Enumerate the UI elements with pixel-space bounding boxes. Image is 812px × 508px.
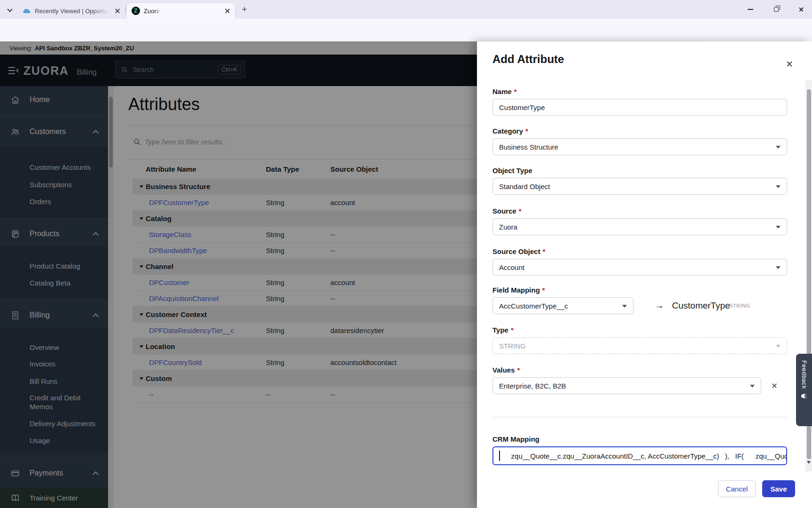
cancel-button[interactable]: Cancel [718, 480, 756, 497]
required-marker: * [519, 207, 522, 215]
close-icon[interactable] [785, 60, 794, 68]
salesforce-cloud-icon [23, 7, 31, 15]
drawer-title: Add Attribute [492, 53, 564, 66]
required-marker: * [517, 366, 520, 374]
tab-title: Zuora [144, 8, 160, 15]
tab-separator [125, 6, 126, 14]
new-tab-button[interactable]: + [239, 4, 250, 15]
mapping-target-type: STRING [729, 303, 750, 309]
browser-tab-salesforce[interactable]: Recently Viewed | Opportunitie [18, 3, 125, 19]
restore-icon [774, 7, 779, 12]
modal-overlay [0, 41, 477, 508]
browser-tab-strip: Recently Viewed | Opportunitie Z Zuora + [0, 0, 812, 19]
source-object-select[interactable]: Account [492, 259, 787, 276]
clear-values-icon[interactable] [771, 382, 778, 389]
scroll-down-icon[interactable] [807, 464, 811, 472]
required-marker: * [525, 127, 528, 135]
values-select[interactable]: Enterprise, B2C, B2B [492, 377, 761, 394]
screen: Recently Viewed | Opportunitie Z Zuora +… [0, 0, 812, 508]
required-marker: * [542, 286, 545, 294]
source-object-label: Source Object* [492, 247, 546, 255]
type-label: Type* [492, 326, 514, 334]
tab-search-button[interactable] [5, 5, 15, 15]
feedback-tab[interactable]: Feedback [796, 354, 812, 426]
object-type-select[interactable]: Standard Object [492, 178, 787, 195]
window-minimize-button[interactable] [743, 4, 757, 15]
chevron-down-icon [7, 7, 12, 12]
text-cursor [499, 451, 500, 461]
zuora-favicon: Z [132, 7, 140, 15]
feedback-label: Feedback [801, 360, 808, 389]
source-label: Source* [492, 207, 522, 215]
divider [492, 417, 787, 417]
object-type-label: Object Type [492, 167, 532, 175]
required-marker: * [543, 247, 546, 255]
browser-tab-zuora[interactable]: Z Zuora [127, 3, 235, 19]
field-mapping-select[interactable]: AccCustomerType__c [492, 297, 633, 314]
window-close-button[interactable] [794, 4, 808, 15]
megaphone-icon [800, 392, 808, 400]
browser-toolbar: ← → apisandbox.zuora.com/platform/apps/c… [0, 19, 812, 41]
name-input[interactable]: CustomerType [492, 99, 787, 116]
category-label: Category* [492, 127, 528, 135]
field-mapping-label: Field Mapping* [492, 286, 545, 294]
mapping-arrow-icon: → [655, 300, 664, 311]
crm-mapping-label: CRM Mapping [492, 435, 539, 443]
crm-mapping-value: zqu__Quote__c.zqu__ZuoraAccountID__c, Ac… [511, 452, 787, 460]
crm-mapping-input[interactable]: zqu__Quote__c.zqu__ZuoraAccountID__c, Ac… [492, 446, 787, 465]
name-label: Name* [492, 87, 517, 95]
close-icon [798, 6, 804, 13]
add-attribute-drawer: Add Attribute Name* CustomerType Categor… [477, 41, 812, 508]
required-marker: * [511, 326, 514, 334]
minimize-icon [748, 9, 753, 10]
category-select[interactable]: Business Structure [492, 138, 787, 155]
values-label: Values* [492, 366, 520, 374]
source-select[interactable]: Zuora [492, 218, 787, 235]
required-marker: * [514, 87, 517, 95]
close-icon[interactable] [224, 7, 231, 15]
tab-title: Recently Viewed | Opportunitie [35, 8, 109, 15]
save-button[interactable]: Save [762, 480, 795, 497]
type-select-disabled: STRING [492, 337, 787, 354]
close-icon[interactable] [114, 7, 121, 15]
mapping-target: CustomerType [672, 301, 730, 311]
window-restore-button[interactable] [769, 4, 783, 15]
